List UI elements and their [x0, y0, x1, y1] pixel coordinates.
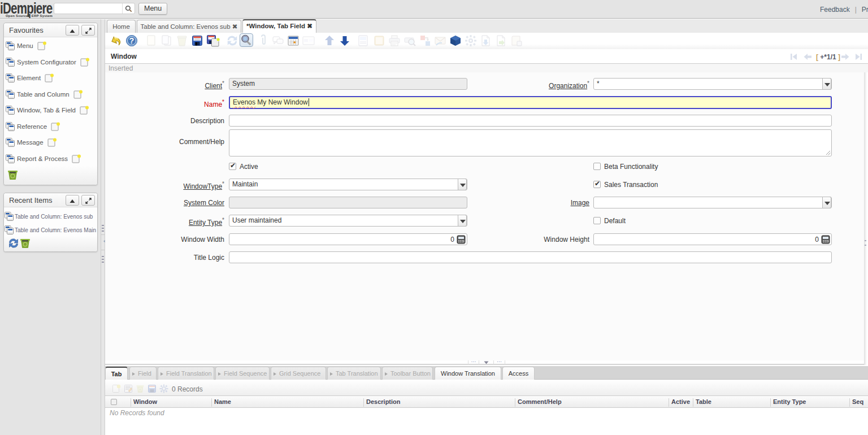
- svg-text:?: ?: [129, 36, 134, 45]
